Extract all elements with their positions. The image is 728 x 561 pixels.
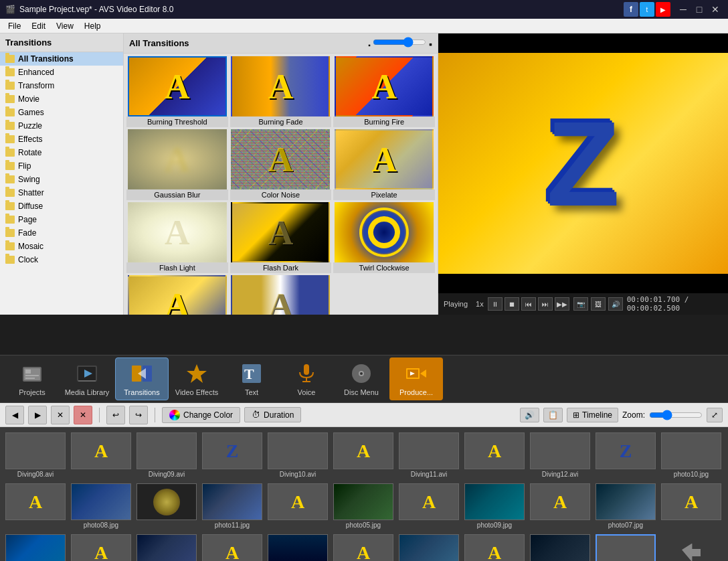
transition-item-pixelate[interactable]: A Pixelate bbox=[333, 129, 435, 200]
media-item-a5[interactable]: A bbox=[268, 483, 328, 529]
media-item-a8[interactable]: A bbox=[661, 483, 721, 529]
menu-file[interactable]: File bbox=[3, 20, 26, 32]
transition-item-row4b[interactable]: A White Flash bbox=[230, 275, 332, 315]
media-item-photo02[interactable]: photo02.jpg bbox=[530, 534, 590, 561]
duration-button[interactable]: ⏱ Duration bbox=[244, 407, 301, 422]
timeline-button[interactable]: ⊞ Timeline bbox=[567, 408, 618, 422]
delete-button[interactable]: ✕ bbox=[51, 406, 70, 424]
media-item-a11[interactable]: A bbox=[333, 534, 393, 561]
voice-button[interactable]: Voice bbox=[280, 357, 333, 400]
screenshot-button[interactable]: 🖼 bbox=[591, 297, 606, 311]
media-item-a2[interactable]: A bbox=[333, 432, 393, 478]
sidebar-item-swing[interactable]: Swing bbox=[0, 173, 123, 186]
redo-button[interactable]: ↪ bbox=[129, 406, 148, 424]
sidebar-item-enhanced[interactable]: Enhanced bbox=[0, 66, 123, 79]
media-item-a9[interactable]: A bbox=[71, 534, 131, 561]
media-item-diving10[interactable]: Diving10.avi bbox=[268, 432, 328, 478]
sidebar-item-games[interactable]: Games bbox=[0, 106, 123, 119]
projects-button[interactable]: Projects bbox=[5, 357, 59, 400]
transitions-button[interactable]: Transitions bbox=[115, 357, 169, 400]
media-item-a1[interactable]: A bbox=[71, 432, 131, 478]
media-item-a7[interactable]: A bbox=[530, 483, 590, 529]
media-item-photo06[interactable]: photo06.jpg bbox=[399, 534, 459, 561]
produce-button[interactable]: Produce... bbox=[389, 357, 443, 400]
menu-help[interactable]: Help bbox=[79, 20, 106, 32]
media-item-diving08[interactable]: Diving08.avi bbox=[5, 432, 66, 478]
media-item-photo07[interactable]: photo07.jpg bbox=[596, 483, 656, 529]
expand-button[interactable]: ⤢ bbox=[707, 408, 723, 422]
sidebar-item-all-transitions[interactable]: All Transitions bbox=[0, 52, 123, 66]
undo-button[interactable]: ↩ bbox=[106, 406, 125, 424]
sidebar-item-page[interactable]: Page bbox=[0, 213, 123, 226]
prev-button[interactable]: ⏮ bbox=[521, 297, 536, 311]
sidebar-item-rotate[interactable]: Rotate bbox=[0, 146, 123, 159]
media-item-diving09[interactable]: Diving09.avi bbox=[136, 432, 197, 478]
sidebar-item-transform[interactable]: Transform bbox=[0, 79, 123, 92]
media-item-photo11[interactable]: photo11.jpg bbox=[202, 483, 262, 529]
media-item-photo01[interactable]: photo01.jpg bbox=[5, 534, 66, 561]
sidebar-item-effects[interactable]: Effects bbox=[0, 133, 123, 146]
zoom-slider[interactable] bbox=[649, 410, 703, 420]
youtube-icon[interactable]: ▶ bbox=[656, 2, 670, 17]
transition-item-burning-threshold[interactable]: A Burning Threshold bbox=[126, 56, 228, 127]
close-button[interactable]: ✕ bbox=[708, 2, 723, 17]
transition-item-row4a[interactable]: A Burn Out bbox=[126, 275, 228, 315]
media-item-black-rect[interactable]: (0, 0, 0) bbox=[596, 534, 656, 561]
back-button[interactable]: ◀ bbox=[5, 406, 24, 424]
text-button[interactable]: T Text bbox=[225, 357, 278, 400]
change-color-button[interactable]: Change Color bbox=[162, 407, 240, 423]
media-item-photo05[interactable]: photo05.jpg bbox=[333, 483, 393, 529]
media-item-photo04[interactable]: photo04.jpg bbox=[268, 534, 328, 561]
transition-item-burning-fade[interactable]: A Burning Fade bbox=[230, 56, 332, 127]
menu-edit[interactable]: Edit bbox=[26, 20, 51, 32]
forward-button[interactable]: ▶ bbox=[28, 406, 47, 424]
facebook-icon[interactable]: f bbox=[624, 2, 638, 17]
thumb-size-slider[interactable] bbox=[373, 37, 426, 48]
media-item-photo10[interactable]: photo10.jpg bbox=[661, 432, 721, 478]
window-title: Sample Project.vep* - AVS Video Editor 8… bbox=[19, 5, 173, 14]
sidebar-item-clock[interactable]: Clock bbox=[0, 253, 123, 266]
volume-icon-button[interactable]: 🔊 bbox=[520, 408, 539, 422]
media-item-photo09[interactable]: photo09.jpg bbox=[464, 483, 525, 529]
sidebar-item-mosaic[interactable]: Mosaic bbox=[0, 240, 123, 253]
volume-button[interactable]: 🔊 bbox=[608, 297, 623, 311]
sidebar-item-fade[interactable]: Fade bbox=[0, 226, 123, 240]
minimize-button[interactable]: ─ bbox=[676, 2, 691, 17]
transition-item-flash-light[interactable]: A Flash Light bbox=[126, 202, 228, 273]
sidebar-item-flip[interactable]: Flip bbox=[0, 159, 123, 173]
media-item-circle1[interactable] bbox=[136, 483, 197, 529]
sidebar-item-movie[interactable]: Movie bbox=[0, 92, 123, 106]
snapshot-button[interactable]: 📷 bbox=[573, 297, 588, 311]
media-item-a6[interactable]: A bbox=[399, 483, 459, 529]
disc-menu-button[interactable]: Disc Menu bbox=[335, 357, 388, 400]
restore-button[interactable]: □ bbox=[692, 2, 707, 17]
transition-item-color-noise[interactable]: A Color Noise bbox=[230, 129, 332, 200]
media-item-z1[interactable]: Z bbox=[202, 432, 262, 478]
transition-item-burning-fire[interactable]: A Burning Fire bbox=[333, 56, 435, 127]
next-button[interactable]: ⏭ bbox=[538, 297, 553, 311]
media-item-a12[interactable]: A bbox=[464, 534, 525, 561]
transition-item-flash-dark[interactable]: A Flash Dark bbox=[230, 202, 332, 273]
twitter-icon[interactable]: t bbox=[640, 2, 654, 17]
timeline-view-button[interactable]: 📋 bbox=[543, 408, 563, 422]
video-effects-button[interactable]: Video Effects bbox=[170, 357, 223, 400]
sidebar-item-puzzle[interactable]: Puzzle bbox=[0, 119, 123, 133]
transition-item-twirl-clockwise[interactable]: Twirl Clockwise bbox=[333, 202, 435, 273]
media-item-photo08[interactable]: photo08.jpg bbox=[71, 483, 131, 529]
media-item-a10[interactable]: A bbox=[202, 534, 262, 561]
stop-button[interactable]: ⏹ bbox=[505, 297, 519, 311]
sidebar-item-diffuse[interactable]: Diffuse bbox=[0, 199, 123, 213]
media-item-a3[interactable]: A bbox=[464, 432, 525, 478]
media-item-diving12[interactable]: Diving12.avi bbox=[530, 432, 590, 478]
media-item-diving11[interactable]: Diving11.avi bbox=[399, 432, 459, 478]
pause-button[interactable]: ⏸ bbox=[488, 297, 503, 311]
transition-item-gaussian-blur[interactable]: A Gaussian Blur bbox=[126, 129, 228, 200]
media-item-a4[interactable]: A bbox=[5, 483, 66, 529]
media-item-photo03[interactable]: photo03.jpg bbox=[136, 534, 197, 561]
media-library-button[interactable]: Media Library bbox=[60, 357, 114, 400]
menu-view[interactable]: View bbox=[51, 20, 79, 32]
media-item-z2[interactable]: Z bbox=[596, 432, 656, 478]
cancel-button[interactable]: ✕ bbox=[74, 406, 92, 424]
sidebar-item-shatter[interactable]: Shatter bbox=[0, 186, 123, 199]
end-button[interactable]: ▶▶ bbox=[555, 297, 569, 311]
